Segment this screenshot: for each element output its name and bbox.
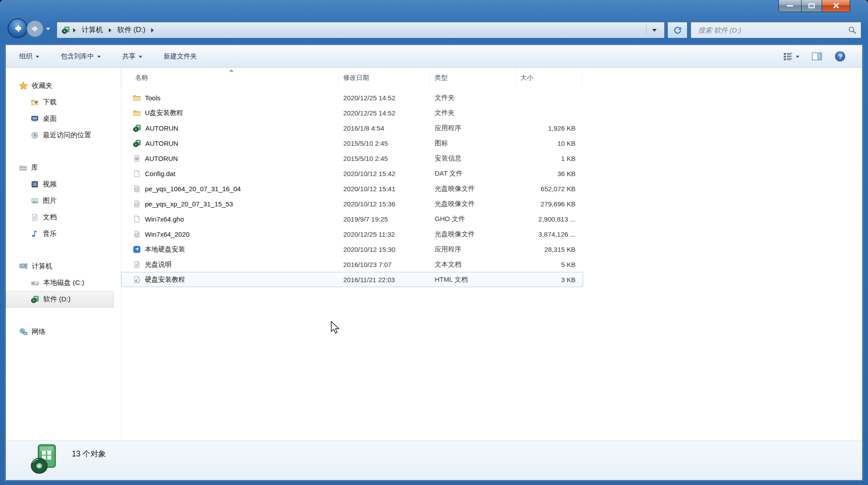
sidebar-item-music[interactable]: 音乐 (6, 226, 121, 242)
search-box (691, 22, 861, 38)
file-size: 2,900,813 ... (516, 215, 582, 223)
svg-text:?: ? (839, 53, 843, 60)
search-input[interactable] (697, 26, 848, 35)
sidebar-item-green-drive[interactable]: 软件 (D:) (6, 291, 114, 308)
chevron-down-icon (36, 56, 39, 58)
folder-icon (133, 109, 141, 117)
table-row[interactable]: pe_yqs_xp_20_07_31_15_532020/10/12 15:36… (121, 196, 583, 211)
network-icon (19, 328, 28, 336)
column-header-type[interactable]: 类型 (430, 68, 516, 87)
table-row[interactable]: Tools2020/12/25 14:52文件夹 (121, 90, 583, 105)
file-size: 5 KB (516, 261, 582, 268)
refresh-button[interactable] (667, 22, 687, 38)
table-row[interactable]: U盘安装教程2020/12/25 14:52文件夹 (121, 105, 583, 120)
file-date: 2019/9/7 19:25 (339, 215, 430, 223)
table-row[interactable]: e硬盘安装教程2016/11/21 22:03HTML 文档3 KB (121, 272, 583, 287)
sidebar-item-network[interactable]: 网络 (6, 324, 121, 340)
breadcrumb-item-computer[interactable]: 计算机 (79, 25, 106, 36)
title-bar[interactable] (0, 0, 868, 17)
chevron-down-icon (139, 56, 142, 58)
file-type: 文件夹 (430, 94, 516, 102)
list-view-icon (784, 53, 793, 60)
sidebar-item-pictures[interactable]: 图片 (6, 193, 121, 209)
main-panes: 收藏夹下载桌面最近访问的位置库视频图片文档音乐计算机本地磁盘 (C:)软件 (D… (6, 68, 862, 441)
file-size: 36 KB (516, 170, 582, 177)
table-row[interactable]: AUTORUN2015/5/10 2:45安装信息1 KB (121, 151, 583, 166)
preview-pane-icon (812, 52, 823, 61)
back-button[interactable] (7, 18, 28, 41)
chevron-down-icon (46, 28, 50, 30)
table-row[interactable]: Config.dat2020/10/12 15:42DAT 文件36 KB (121, 166, 583, 181)
text-doc-icon (133, 261, 141, 268)
new-folder-button[interactable]: 新建文件夹 (164, 52, 197, 61)
sidebar-item-download-folder[interactable]: 下载 (6, 94, 121, 111)
client-area: 组织 包含到库中 共享 新建文件夹 (5, 45, 863, 481)
music-icon (31, 230, 39, 238)
file-name: Tools (145, 94, 160, 102)
file-name: U盘安装教程 (145, 109, 183, 117)
sidebar-item-star[interactable]: 收藏夹 (6, 78, 121, 94)
table-row[interactable]: Win7x64.gho2019/9/7 19:25GHO 文件2,900,813… (121, 211, 583, 226)
share-label: 共享 (122, 52, 136, 61)
organize-button[interactable]: 组织 (19, 52, 39, 61)
help-button[interactable]: ? (835, 51, 845, 62)
sidebar-item-label: 图片 (43, 196, 57, 206)
sidebar-item-label: 桌面 (43, 114, 57, 123)
breadcrumb-chevron-icon[interactable] (73, 28, 76, 33)
disc-image-icon (133, 185, 141, 193)
column-header-type-label: 类型 (435, 74, 448, 82)
breadcrumb-item-drive-d[interactable]: 软件 (D:) (115, 25, 148, 36)
address-history-dropdown[interactable] (646, 22, 662, 38)
table-row[interactable]: 光盘说明2016/10/23 7:07文本文档5 KB (121, 257, 583, 272)
window-controls (778, 0, 850, 12)
forward-button[interactable] (26, 20, 44, 39)
file-date: 2020/10/12 15:41 (339, 185, 430, 193)
minimize-button[interactable] (778, 0, 802, 12)
address-bar[interactable]: 计算机 软件 (D:) (57, 22, 665, 38)
column-header-name[interactable]: 名称 (121, 68, 339, 87)
sidebar-item-desktop[interactable]: 桌面 (6, 111, 121, 127)
share-button[interactable]: 共享 (122, 52, 142, 61)
green-disc-app-icon (133, 124, 141, 132)
local-disk-icon (31, 279, 39, 287)
sidebar-item-local-disk[interactable]: 本地磁盘 (C:) (6, 275, 121, 291)
table-row[interactable]: pe_yqs_1064_20_07_31_16_042020/10/12 15:… (121, 181, 583, 196)
preview-pane-button[interactable] (812, 52, 823, 61)
recent-pages-dropdown[interactable] (46, 28, 50, 30)
file-date: 2016/10/23 7:07 (339, 261, 430, 268)
breadcrumb-chevron-icon[interactable] (109, 28, 111, 33)
breadcrumb-chevron-icon[interactable] (151, 28, 154, 33)
table-row[interactable]: 本地硬盘安装2020/10/12 15:30应用程序28,315 KB (121, 242, 583, 257)
table-row[interactable]: AUTORUN2015/5/10 2:45图标10 KB (121, 136, 583, 151)
file-type: 应用程序 (430, 245, 516, 254)
sidebar-item-label: 软件 (D:) (43, 295, 70, 304)
sidebar-item-label: 下载 (43, 98, 57, 107)
blue-installer-icon (133, 246, 141, 253)
close-button[interactable] (822, 0, 850, 12)
status-bar: 13 个对象 (6, 440, 862, 480)
maximize-button[interactable] (802, 0, 822, 12)
disc-image-icon (133, 200, 141, 208)
change-view-button[interactable] (784, 53, 799, 60)
file-name: pe_yqs_1064_20_07_31_16_04 (145, 185, 241, 193)
sidebar-item-recent-places[interactable]: 最近访问的位置 (6, 127, 121, 144)
videos-icon (31, 181, 39, 188)
sidebar-item-library[interactable]: 库 (6, 160, 121, 176)
sidebar-item-videos[interactable]: 视频 (6, 176, 121, 193)
table-row[interactable]: Win7x64_20202020/12/25 11:32光盘映像文件3,874,… (121, 226, 583, 242)
file-date: 2020/10/12 15:36 (339, 200, 430, 208)
recent-places-icon (31, 132, 39, 139)
search-icon[interactable] (848, 26, 856, 34)
file-type: 光盘映像文件 (430, 230, 516, 238)
column-header-size[interactable]: 大小 (516, 68, 582, 87)
file-name: 光盘说明 (145, 260, 172, 269)
sidebar-item-documents[interactable]: 文档 (6, 209, 121, 226)
table-row[interactable]: AUTORUN2016/1/8 4:54应用程序1,926 KB (121, 120, 583, 136)
file-type: 文件夹 (430, 109, 516, 117)
sidebar-item-computer[interactable]: 计算机 (6, 258, 121, 275)
new-folder-label: 新建文件夹 (164, 52, 197, 61)
file-name: Win7x64.gho (145, 215, 184, 223)
include-in-library-button[interactable]: 包含到库中 (61, 52, 101, 61)
column-header-date[interactable]: 修改日期 (339, 68, 430, 87)
file-date: 2020/10/12 15:30 (339, 246, 430, 253)
